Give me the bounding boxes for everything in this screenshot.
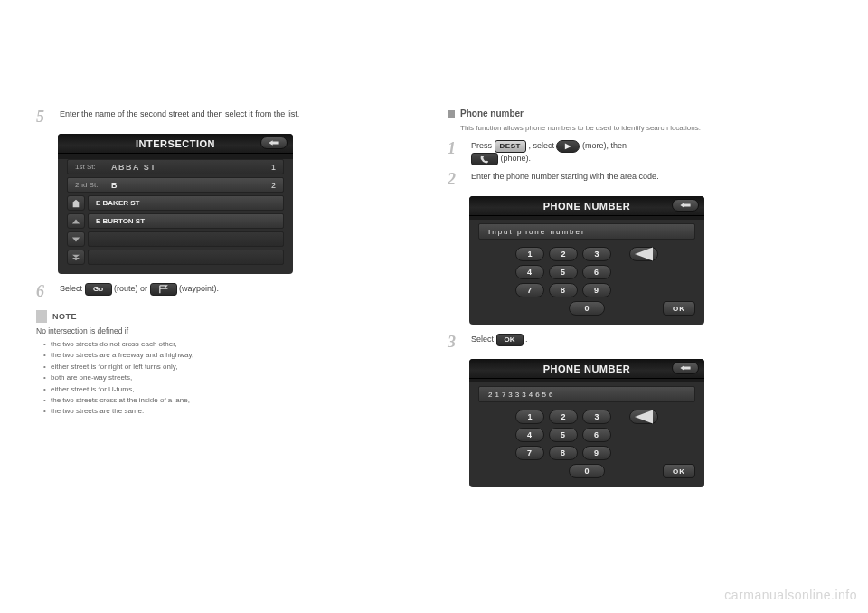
note-lead: No intersection is defined if [36,326,420,336]
note-heading: NOTE [36,310,420,323]
back-button[interactable] [260,137,288,149]
screenshot-body: 1st St: ABBA ST 1 2nd St: B 2 [58,154,293,269]
back-button[interactable] [672,362,699,374]
step-number: 6 [36,283,52,299]
screenshot-title: PHONE NUMBER [543,363,630,374]
list-item[interactable]: E BAKER ST [88,195,284,211]
backspace-key[interactable] [629,410,658,424]
phone-button[interactable] [471,153,498,165]
scroll-top-button[interactable] [67,195,85,211]
section-marker-icon [448,110,455,118]
dest-button[interactable]: DEST [495,140,526,153]
back-arrow-icon [679,202,692,209]
key-2[interactable]: 2 [549,247,578,261]
chevron-down-icon [71,236,80,243]
back-arrow-icon [268,139,280,146]
waypoint-button[interactable] [150,283,177,296]
chevron-up-icon [71,218,80,225]
screenshot-phone-entered: PHONE NUMBER 2173334656 1 2 3 [469,359,704,487]
note-item: either street is for right or left turns… [43,363,420,372]
phone-input-field[interactable]: Input phone number [478,223,695,240]
screenshot-body: 2173334656 1 2 3 4 5 6 [469,379,704,482]
key-1[interactable]: 1 [515,410,544,424]
key-1[interactable]: 1 [515,247,544,261]
key-5[interactable]: 5 [549,265,578,279]
ok-button[interactable]: OK [663,464,695,478]
numeric-keypad: 1 2 3 4 5 6 7 [478,410,695,478]
ok-label: OK [505,335,515,345]
watermark: carmanualsonline.info [724,588,857,602]
text-fragment: (phone). [501,155,532,164]
key-7[interactable]: 7 [515,283,544,297]
row-label: 2nd St: [75,181,111,189]
key-4[interactable]: 4 [515,265,544,279]
row-label: 1st St: [75,163,111,171]
phone-icon [479,155,490,164]
scroll-controls [67,195,85,265]
key-5[interactable]: 5 [549,428,578,442]
note-item: the two streets do not cross each other, [43,340,420,349]
key-3[interactable]: 3 [582,247,611,261]
text-fragment: , select [528,142,556,151]
right-column: Phone number This function allows phone … [448,108,832,496]
key-6[interactable]: 6 [582,428,611,442]
row-value: ABBA ST [111,163,271,172]
key-2[interactable]: 2 [549,410,578,424]
key-0[interactable]: 0 [569,301,605,316]
double-chevron-down-icon [71,254,80,261]
text-fragment: Press [471,142,495,151]
step-5-text: Enter the name of the second street and … [60,108,420,125]
row-count: 2 [271,181,276,190]
screenshot-title: PHONE NUMBER [543,201,630,212]
step-3-text: Select OK . [471,334,832,350]
screenshot-intersection: INTERSECTION 1st St: ABBA ST 1 2nd St: B… [58,134,293,274]
scroll-down-button[interactable] [67,231,85,247]
screenshot-titlebar: PHONE NUMBER [469,196,704,216]
step-6: 6 Select Go (route) or (waypoint). [36,283,420,299]
second-street-row[interactable]: 2nd St: B 2 [67,177,284,193]
scroll-up-button[interactable] [67,213,85,229]
list-item [88,250,284,265]
section-heading: Phone number [448,108,832,118]
note-item: both are one-way streets, [43,373,420,382]
step-2: 2 Enter the phone number starting with t… [448,171,832,187]
list-item[interactable]: E BURTON ST [88,213,284,229]
key-8[interactable]: 8 [549,446,578,460]
go-label: Go [93,285,103,295]
back-button[interactable] [672,199,699,212]
manual-page: 5 Enter the name of the second street an… [0,0,868,533]
note-item: the two streets are a freeway and a high… [43,351,420,360]
backspace-key[interactable] [629,247,658,261]
triangle-left-icon [630,245,657,263]
key-9[interactable]: 9 [582,283,611,297]
ok-button[interactable]: OK [663,301,695,316]
key-9[interactable]: 9 [582,446,611,460]
screenshot-phone-prompt: PHONE NUMBER Input phone number 1 2 3 [469,196,704,325]
step-5: 5 Enter the name of the second street an… [36,108,420,125]
step-number: 5 [36,108,52,125]
screenshot-titlebar: INTERSECTION [58,134,293,154]
more-button[interactable]: ▶ [556,140,580,153]
key-3[interactable]: 3 [582,410,611,424]
text-fragment: Select [60,284,85,293]
key-6[interactable]: 6 [582,265,611,279]
text-fragment: Select [471,335,496,344]
home-icon [71,199,81,208]
scroll-bottom-button[interactable] [67,250,85,265]
screenshot-title: INTERSECTION [136,138,215,149]
triangle-right-icon: ▶ [565,142,571,152]
step-3: 3 Select OK . [448,334,832,350]
key-7[interactable]: 7 [515,446,544,460]
note-list: the two streets do not cross each other,… [36,340,420,419]
key-4[interactable]: 4 [515,428,544,442]
text-fragment: . [525,335,528,344]
step-2-text: Enter the phone number starting with the… [471,171,832,187]
ok-inline-button[interactable]: OK [496,334,524,346]
key-0[interactable]: 0 [569,464,605,478]
key-8[interactable]: 8 [549,283,578,297]
go-button[interactable]: Go [85,283,112,296]
phone-input-field[interactable]: 2173334656 [478,386,695,402]
row-value: B [111,181,271,190]
step-number: 1 [448,140,464,165]
text-fragment: (waypoint). [179,284,219,293]
